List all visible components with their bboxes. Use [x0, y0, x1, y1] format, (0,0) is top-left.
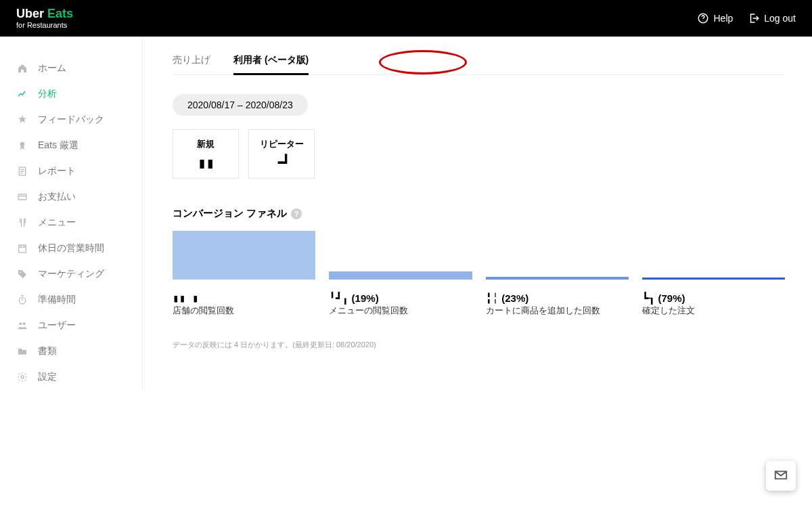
funnel-title: コンバージョン ファネル	[173, 207, 287, 220]
sidebar-label: お支払い	[38, 191, 76, 203]
funnel-col-menu-views: ╹┛╻ (19%) メニューの閲覧回数	[329, 229, 472, 317]
stat-cards: 新規 ▮▮ リピーター ╺┛	[173, 129, 785, 179]
header-actions: Help Log out	[697, 12, 796, 24]
tab-label: 売り上げ	[173, 54, 210, 65]
svg-point-6	[20, 271, 21, 273]
svg-point-10	[21, 376, 24, 378]
tabs: 売り上げ 利用者 (ベータ版)	[173, 50, 785, 75]
logout-label: Log out	[764, 13, 796, 24]
sidebar-label: Eats 厳選	[38, 139, 78, 152]
funnel-pct: (19%)	[352, 292, 379, 304]
funnel-col-cart-adds: ╏╎ (23%) カートに商品を追加した回数	[486, 229, 629, 317]
medal-icon	[16, 140, 28, 151]
svg-point-1	[703, 20, 704, 21]
sidebar: ホーム 分析 フィードバック Eats 厳選 レポート お支払い メニュー 休	[0, 37, 142, 390]
chart-icon	[16, 89, 28, 100]
doc-icon	[16, 166, 28, 177]
svg-rect-5	[19, 245, 26, 252]
date-range-text: 2020/08/17 – 2020/08/23	[187, 100, 293, 110]
tab-customers[interactable]: 利用者 (ベータ版)	[233, 50, 309, 74]
sidebar-item-home[interactable]: ホーム	[0, 56, 142, 81]
logo-sub: for Restaurants	[16, 21, 73, 29]
sidebar-label: ホーム	[38, 62, 66, 74]
mail-fab[interactable]	[766, 461, 796, 491]
info-icon[interactable]: ?	[291, 208, 302, 219]
card-icon	[16, 192, 28, 202]
funnel-bar	[329, 229, 472, 280]
date-range-selector[interactable]: 2020/08/17 – 2020/08/23	[173, 94, 308, 116]
card-value: ▮▮	[173, 154, 238, 171]
users-icon	[16, 320, 28, 331]
sidebar-label: 書類	[38, 345, 57, 357]
sidebar-item-marketing[interactable]: マーケティング	[0, 261, 142, 287]
stat-card-new[interactable]: 新規 ▮▮	[173, 129, 239, 179]
sidebar-item-payments[interactable]: お支払い	[0, 184, 142, 210]
funnel-value-row: ┗┒ (79%)	[642, 292, 785, 305]
sidebar-item-menu[interactable]: メニュー	[0, 210, 142, 236]
card-value: ╺┛	[249, 154, 314, 171]
funnel-value-row: ▮▮ ▮	[173, 292, 315, 305]
sidebar-label: フィードバック	[38, 114, 104, 126]
fork-icon	[16, 217, 28, 228]
funnel-bar	[486, 229, 629, 280]
sidebar-item-feedback[interactable]: フィードバック	[0, 107, 142, 133]
funnel-bar	[173, 229, 315, 280]
data-note: データの反映には 4 日かかります。(最終更新日: 08/20/2020)	[173, 340, 785, 350]
funnel-label: 店舗の閲覧回数	[173, 305, 315, 317]
svg-point-8	[19, 322, 22, 325]
help-icon	[697, 12, 709, 24]
logo: Uber Eats for Restaurants	[16, 7, 73, 29]
funnel-value-row: ╹┛╻ (19%)	[329, 292, 472, 305]
svg-point-2	[20, 142, 25, 147]
sidebar-item-settings[interactable]: 設定	[0, 364, 142, 390]
gear-icon	[16, 372, 28, 382]
logo-brand: Uber	[16, 7, 44, 20]
sidebar-label: 分析	[38, 88, 57, 100]
funnel-value: ╏╎	[486, 292, 499, 305]
funnel-value: ┗┒	[642, 292, 655, 305]
sidebar-item-reports[interactable]: レポート	[0, 158, 142, 184]
logout-link[interactable]: Log out	[748, 12, 796, 24]
svg-rect-4	[18, 194, 26, 200]
funnel-pct: (23%)	[501, 292, 528, 304]
star-icon	[16, 114, 28, 125]
help-link[interactable]: Help	[697, 12, 733, 24]
svg-point-9	[23, 322, 26, 325]
calendar-icon	[16, 243, 28, 254]
main-content: 売り上げ 利用者 (ベータ版) 2020/08/17 – 2020/08/23 …	[142, 37, 812, 390]
funnel-value: ▮▮ ▮	[173, 292, 199, 305]
mail-icon	[773, 467, 788, 485]
sidebar-label: 準備時間	[38, 294, 76, 306]
tab-label: 利用者 (ベータ版)	[233, 54, 309, 65]
logout-icon	[748, 12, 760, 24]
help-label: Help	[713, 13, 733, 24]
funnel-value: ╹┛╻	[329, 292, 348, 305]
funnel-value-row: ╏╎ (23%)	[486, 292, 629, 305]
sidebar-item-preptime[interactable]: 準備時間	[0, 287, 142, 313]
sidebar-label: 休日の営業時間	[38, 242, 104, 255]
funnel-pct: (79%)	[658, 292, 685, 304]
sidebar-item-documents[interactable]: 書類	[0, 338, 142, 364]
sidebar-item-holiday[interactable]: 休日の営業時間	[0, 236, 142, 261]
sidebar-item-selection[interactable]: Eats 厳選	[0, 133, 142, 158]
tag-icon	[16, 269, 28, 280]
logo-eats: Eats	[47, 7, 73, 20]
home-icon	[16, 63, 28, 74]
sidebar-label: レポート	[38, 165, 76, 177]
highlight-annotation	[379, 50, 467, 74]
card-title: リピーター	[249, 138, 314, 150]
folder-icon	[16, 346, 28, 357]
sidebar-item-analytics[interactable]: 分析	[0, 81, 142, 107]
funnel-col-store-views: ▮▮ ▮ 店舗の閲覧回数	[173, 229, 315, 317]
app-header: Uber Eats for Restaurants Help Log out	[0, 0, 812, 37]
sidebar-label: メニュー	[38, 217, 76, 229]
conversion-funnel: ▮▮ ▮ 店舗の閲覧回数 ╹┛╻ (19%) メニューの閲覧回数 ╏╎ (23%…	[173, 229, 785, 317]
stat-card-repeat[interactable]: リピーター ╺┛	[248, 129, 315, 179]
sidebar-item-users[interactable]: ユーザー	[0, 313, 142, 338]
tab-sales[interactable]: 売り上げ	[173, 50, 210, 74]
funnel-col-orders: ┗┒ (79%) 確定した注文	[642, 229, 785, 317]
sidebar-label: マーケティング	[38, 268, 104, 280]
sidebar-label: 設定	[38, 371, 57, 383]
timer-icon	[16, 294, 28, 305]
funnel-label: メニューの閲覧回数	[329, 305, 472, 317]
